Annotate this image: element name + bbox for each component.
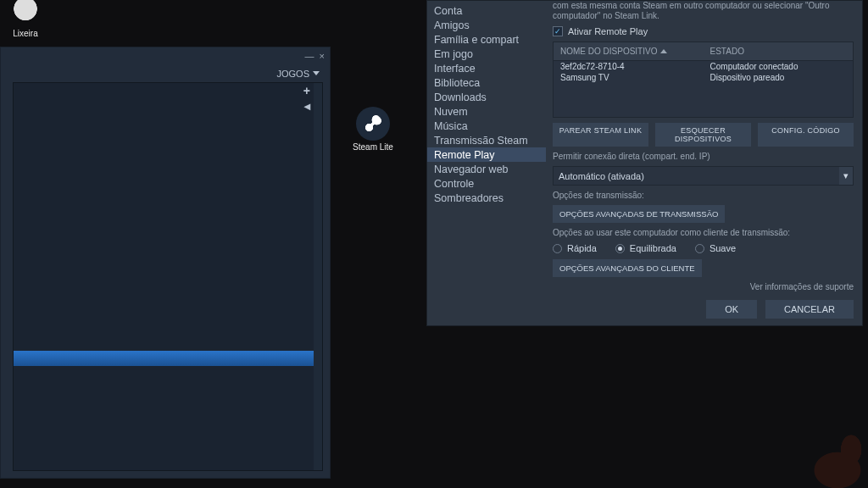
radio-icon	[615, 244, 625, 253]
scrollbar[interactable]	[314, 83, 322, 470]
cell: 3ef2dc72-8710-4	[560, 62, 710, 71]
list-item[interactable]	[14, 351, 322, 366]
select-value: Automático (ativada)	[559, 171, 644, 181]
unpair-devices-button[interactable]: ESQUECER DISPOSITIVOS	[655, 123, 751, 147]
nav-downloads[interactable]: Downloads	[434, 90, 546, 104]
table-header: NOME DO DISPOSITIVO ESTADO	[554, 42, 853, 61]
chevron-down-icon: ▾	[839, 167, 853, 185]
steam-icon	[356, 107, 390, 141]
settings-content: com esta mesma conta Steam em outro comp…	[546, 1, 862, 325]
remote-play-description: com esta mesma conta Steam em outro comp…	[553, 1, 854, 21]
direct-connection-select[interactable]: Automático (ativada) ▾	[553, 166, 854, 186]
device-buttons: PAREAR STEAM LINK ESQUECER DISPOSITIVOS …	[553, 123, 854, 147]
settings-nav: Conta Amigos Família e compart Em jogo I…	[427, 1, 546, 325]
watermark-icon	[792, 429, 868, 488]
nav-nuvem[interactable]: Nuvem	[434, 104, 546, 119]
add-button[interactable]: +	[14, 86, 310, 95]
ok-button[interactable]: OK	[706, 300, 757, 319]
nav-biblioteca[interactable]: Biblioteca	[434, 75, 546, 90]
nav-controle[interactable]: Controle	[434, 176, 546, 191]
nav-emjogo[interactable]: Em jogo	[434, 47, 546, 61]
radio-fast[interactable]: Rápida	[553, 243, 597, 253]
desktop-label: Lixeira	[4, 29, 47, 38]
desktop-icon-recycle[interactable]: Lixeira	[4, 0, 47, 38]
radio-smooth[interactable]: Suave	[695, 243, 736, 253]
nav-musica[interactable]: Música	[434, 119, 546, 133]
table-empty	[554, 83, 853, 117]
direct-connection-label: Permitir conexão direta (compart. end. I…	[553, 152, 854, 161]
dialog-footer: OK CANCELAR	[553, 297, 854, 319]
radio-icon	[553, 244, 562, 253]
nav-navegador[interactable]: Navegador web	[434, 162, 546, 176]
library-left-gutter	[1, 83, 13, 478]
radio-label: Suave	[709, 243, 736, 253]
nav-familia[interactable]: Família e compart	[434, 32, 546, 47]
library-toolbar: JOGOS	[1, 64, 330, 83]
device-table: NOME DO DISPOSITIVO ESTADO 3ef2dc72-8710…	[553, 42, 854, 118]
radio-label: Equilibrada	[630, 243, 676, 253]
nav-sombreadores[interactable]: Sombreadores	[434, 191, 546, 205]
quality-radio-group: Rápida Equilibrada Suave	[553, 242, 854, 254]
games-dropdown[interactable]: JOGOS	[276, 69, 320, 79]
table-row[interactable]: 3ef2dc72-8710-4 Computador conectado	[554, 61, 853, 72]
enable-remote-play-checkbox[interactable]: ✓ Ativar Remote Play	[553, 26, 854, 36]
table-row[interactable]: Samsung TV Dispositivo pareado	[554, 72, 853, 83]
cell: Computador conectado	[710, 62, 846, 71]
pair-steam-link-button[interactable]: PAREAR STEAM LINK	[553, 123, 648, 147]
cell: Dispositivo pareado	[710, 73, 846, 82]
col-device[interactable]: NOME DO DISPOSITIVO	[560, 47, 710, 56]
advanced-host-options-button[interactable]: OPÇÕES AVANÇADAS DE TRANSMISSÃO	[553, 205, 725, 223]
close-button[interactable]: ×	[320, 51, 325, 61]
host-options-label: Opções de transmissão:	[553, 191, 854, 200]
checkbox-label: Ativar Remote Play	[568, 26, 648, 36]
radio-balanced[interactable]: Equilibrada	[615, 243, 676, 253]
library-list[interactable]: + ◂	[13, 82, 323, 471]
title-bar: — ×	[1, 47, 330, 64]
checkbox-icon: ✓	[553, 26, 563, 36]
support-link[interactable]: Ver informações de suporte	[553, 282, 854, 291]
recycle-bin-icon	[10, 0, 41, 27]
cell: Samsung TV	[560, 73, 710, 82]
radio-icon	[695, 244, 704, 253]
nav-amigos[interactable]: Amigos	[434, 18, 546, 32]
desktop-icon-steam-lite[interactable]: Steam Lite	[352, 107, 394, 152]
library-window: — × JOGOS + ◂	[0, 47, 331, 479]
config-code-button[interactable]: CONFIG. CÓDIGO	[758, 123, 854, 147]
nav-transmissao[interactable]: Transmissão Steam	[434, 133, 546, 147]
nav-interface[interactable]: Interface	[434, 61, 546, 75]
collapse-button[interactable]: ◂	[14, 102, 310, 110]
nav-conta[interactable]: Conta	[434, 3, 546, 18]
nav-remote-play[interactable]: Remote Play	[427, 147, 546, 162]
settings-window: Conta Amigos Família e compart Em jogo I…	[426, 0, 863, 326]
desktop-label: Steam Lite	[352, 142, 394, 152]
minimize-button[interactable]: —	[305, 51, 314, 61]
col-state[interactable]: ESTADO	[710, 47, 846, 56]
client-options-label: Opções ao usar este computador como clie…	[553, 228, 854, 237]
radio-label: Rápida	[567, 243, 597, 253]
cancel-button[interactable]: CANCELAR	[765, 300, 854, 319]
advanced-client-options-button[interactable]: OPÇÕES AVANÇADAS DO CLIENTE	[553, 259, 702, 277]
